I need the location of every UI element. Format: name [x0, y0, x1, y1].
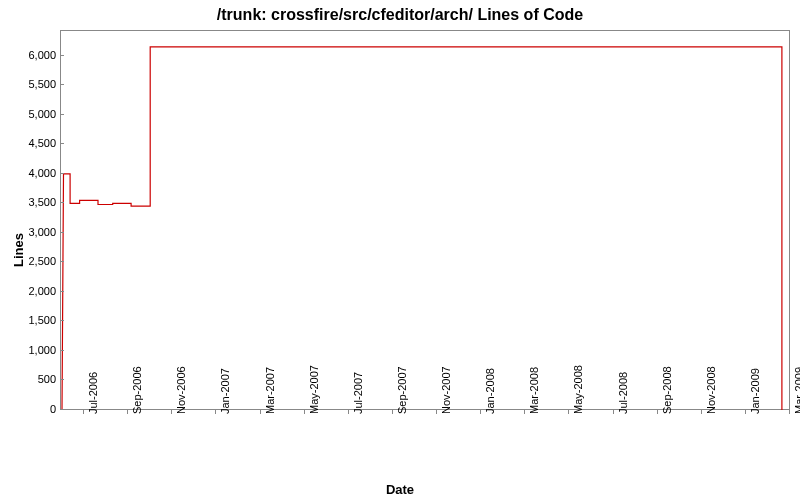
y-tick-label: 4,500 [28, 137, 56, 149]
x-tick-label: Nov-2007 [440, 366, 452, 414]
y-tick-label: 6,000 [28, 49, 56, 61]
x-tick-label: Mar-2008 [528, 367, 540, 414]
x-tick-mark [215, 410, 216, 414]
x-tick-mark [436, 410, 437, 414]
y-tick-mark [60, 173, 64, 174]
x-tick-mark [127, 410, 128, 414]
x-tick-label: Jan-2007 [219, 368, 231, 414]
y-tick-label: 5,500 [28, 78, 56, 90]
chart-container: /trunk: crossfire/src/cfeditor/arch/ Lin… [0, 0, 800, 500]
y-tick-mark [60, 114, 64, 115]
y-tick-label: 2,000 [28, 285, 56, 297]
x-tick-mark [304, 410, 305, 414]
y-tick-label: 0 [50, 403, 56, 415]
x-tick-mark [701, 410, 702, 414]
x-tick-mark [348, 410, 349, 414]
y-tick-label: 500 [38, 373, 56, 385]
y-tick-mark [60, 143, 64, 144]
x-tick-mark [392, 410, 393, 414]
y-tick-label: 3,500 [28, 196, 56, 208]
x-tick-mark [745, 410, 746, 414]
data-series-line [61, 31, 789, 409]
x-tick-label: May-2008 [572, 365, 584, 414]
y-tick-label: 5,000 [28, 108, 56, 120]
x-tick-mark [613, 410, 614, 414]
chart-title: /trunk: crossfire/src/cfeditor/arch/ Lin… [0, 0, 800, 24]
y-tick-mark [60, 350, 64, 351]
y-tick-mark [60, 55, 64, 56]
y-tick-label: 4,000 [28, 167, 56, 179]
y-tick-label: 2,500 [28, 255, 56, 267]
y-tick-mark [60, 291, 64, 292]
y-tick-label: 1,000 [28, 344, 56, 356]
y-tick-mark [60, 202, 64, 203]
x-tick-mark [789, 410, 790, 414]
x-tick-mark [657, 410, 658, 414]
y-tick-label: 3,000 [28, 226, 56, 238]
y-tick-mark [60, 320, 64, 321]
x-tick-label: Nov-2008 [705, 366, 717, 414]
y-tick-mark [60, 409, 64, 410]
x-tick-label: Jan-2009 [749, 368, 761, 414]
x-tick-label: Jan-2008 [484, 368, 496, 414]
x-tick-label: Jul-2007 [352, 372, 364, 414]
x-axis-label: Date [386, 482, 414, 497]
x-tick-label: May-2007 [308, 365, 320, 414]
y-tick-label: 1,500 [28, 314, 56, 326]
x-tick-mark [171, 410, 172, 414]
x-tick-label: Jul-2006 [87, 372, 99, 414]
y-tick-mark [60, 232, 64, 233]
x-tick-label: Sep-2007 [396, 366, 408, 414]
x-tick-label: Nov-2006 [175, 366, 187, 414]
x-tick-mark [524, 410, 525, 414]
x-tick-label: Sep-2006 [131, 366, 143, 414]
x-tick-mark [260, 410, 261, 414]
x-tick-label: Sep-2008 [661, 366, 673, 414]
y-tick-mark [60, 261, 64, 262]
y-tick-mark [60, 84, 64, 85]
x-tick-label: Mar-2009 [793, 367, 800, 414]
y-axis-label: Lines [11, 233, 26, 267]
y-tick-mark [60, 379, 64, 380]
plot-area [60, 30, 790, 410]
x-tick-label: Jul-2008 [617, 372, 629, 414]
x-tick-mark [568, 410, 569, 414]
x-tick-mark [83, 410, 84, 414]
x-tick-mark [480, 410, 481, 414]
x-tick-label: Mar-2007 [264, 367, 276, 414]
